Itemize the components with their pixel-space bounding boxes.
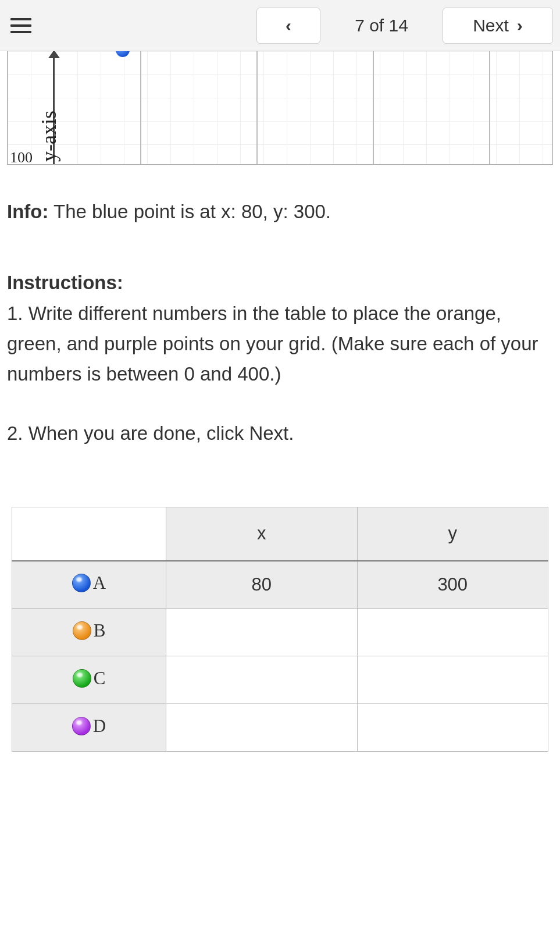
y-axis-label: y-axis	[37, 111, 61, 162]
y-axis-arrow-icon	[48, 51, 60, 58]
point-letter: C	[94, 668, 106, 689]
next-button-label: Next	[473, 16, 509, 35]
points-table: x y A80300BCD	[12, 507, 548, 752]
point-label-cell: B	[12, 609, 166, 656]
table-row: B	[12, 609, 548, 656]
x-value-cell[interactable]	[166, 704, 358, 752]
point-label-cell: D	[12, 704, 166, 752]
coordinate-grid[interactable]: y-axis 100	[7, 51, 553, 165]
table-header-x: x	[166, 507, 358, 561]
x-value-cell: 80	[166, 561, 358, 609]
table-row: C	[12, 656, 548, 704]
y-value-cell[interactable]	[357, 704, 548, 752]
y-value-cell[interactable]	[357, 609, 548, 656]
instruction-step-1: 1. Write different numbers in the table …	[7, 298, 553, 389]
point-label-cell: A	[12, 561, 166, 609]
green-point-icon	[73, 669, 91, 688]
prev-button[interactable]: ‹	[256, 8, 320, 44]
instruction-step-2: 2. When you are done, click Next.	[7, 418, 553, 449]
point-letter: D	[93, 716, 106, 737]
info-text: The blue point is at x: 80, y: 300.	[53, 201, 331, 222]
point-letter: B	[94, 620, 106, 641]
table-row: A80300	[12, 561, 548, 609]
y-tick-label: 100	[10, 149, 33, 165]
blue-point-icon	[72, 574, 91, 592]
instructions-heading: Instructions:	[7, 272, 553, 294]
next-button[interactable]: Next ›	[443, 8, 553, 44]
table-header-y: y	[357, 507, 548, 561]
orange-point-icon	[73, 621, 91, 640]
point-letter: A	[93, 573, 106, 593]
chevron-left-icon: ‹	[286, 16, 291, 35]
x-value-cell[interactable]	[166, 609, 358, 656]
y-value-cell[interactable]	[357, 656, 548, 704]
info-prefix: Info:	[7, 201, 48, 222]
info-line: Info: The blue point is at x: 80, y: 300…	[7, 197, 553, 226]
chevron-right-icon: ›	[517, 16, 523, 35]
table-header-blank	[12, 507, 166, 561]
x-value-cell[interactable]	[166, 656, 358, 704]
table-row: D	[12, 704, 548, 752]
point-label-cell: C	[12, 656, 166, 704]
topbar: ‹ 7 of 14 Next ›	[0, 0, 560, 51]
point-blue[interactable]	[116, 51, 130, 57]
page-indicator: 7 of 14	[325, 8, 438, 44]
purple-point-icon	[72, 717, 91, 735]
menu-icon[interactable]	[10, 14, 34, 37]
y-value-cell: 300	[357, 561, 548, 609]
